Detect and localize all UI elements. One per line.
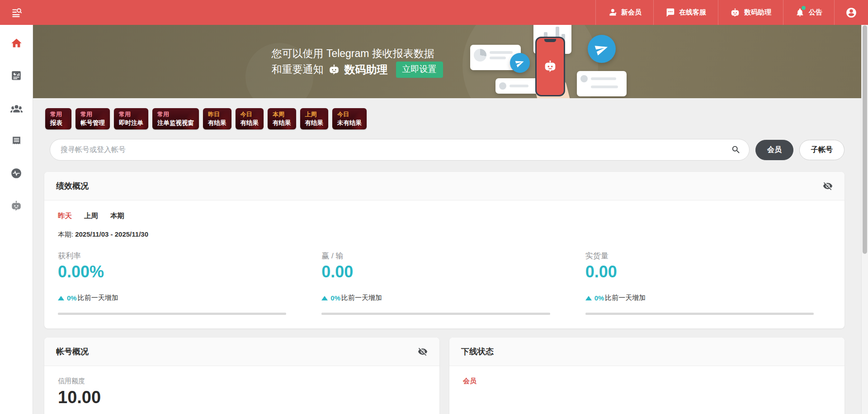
quick-tag-label: 报表 [50, 119, 66, 127]
nav-announcements[interactable]: 公告 [783, 0, 834, 25]
sidebar-item-agents[interactable] [10, 102, 23, 114]
quick-tag-week-settled[interactable]: 本周 有结果 [268, 108, 296, 129]
banner-robot-icon [328, 64, 340, 76]
triangle-up-icon [58, 296, 64, 300]
quick-tag-category: 常用 [119, 110, 143, 118]
quick-tag-yesterday-settled[interactable]: 昨日 有结果 [203, 108, 231, 129]
quick-tag-account-management[interactable]: 常用 帐号管理 [75, 108, 110, 129]
period-label: 本期: [58, 230, 73, 238]
downline-member-link[interactable]: 会员 [463, 377, 476, 385]
account-avatar-button[interactable] [834, 0, 868, 25]
notification-dot [802, 6, 806, 10]
sidebar-item-activity[interactable] [10, 167, 23, 180]
account-circle-icon [845, 7, 857, 19]
agents-group-icon [10, 102, 23, 114]
nav-digital-assistant[interactable]: 数码助理 [718, 0, 783, 25]
quick-tag-bet-monitor[interactable]: 常用 注单监视视窗 [152, 108, 199, 129]
metric-delta: 0% 比前一天增加 [321, 294, 567, 302]
quick-tag-category: 今日 [241, 110, 259, 118]
illustration-message-card [495, 78, 539, 94]
menu-toggle-button[interactable] [0, 0, 33, 25]
downline-title: 下线状态 [461, 346, 494, 357]
sidebar-item-home[interactable] [10, 37, 23, 49]
tab-current-period[interactable]: 本期 [110, 211, 124, 221]
metric-delta-text: 比前一天增加 [78, 294, 118, 302]
quick-tag-label: 有结果 [273, 119, 291, 127]
metric-progress-bar [585, 313, 814, 315]
metric-delta-percent: 0% [594, 294, 604, 302]
performance-card-body: 昨天 上周 本期 本期:2025/11/03 - 2025/11/30 获利率 … [44, 200, 844, 328]
quick-tag-today-settled[interactable]: 今日 有结果 [236, 108, 264, 129]
scrollbar-thumb[interactable] [863, 25, 867, 254]
search-input[interactable] [50, 139, 750, 161]
top-header: 新会员 在线客服 数码助理 [0, 0, 868, 25]
banner-illustration [469, 25, 623, 98]
nav-new-member[interactable]: 新会员 [595, 0, 653, 25]
quick-tag-label: 帐号管理 [80, 119, 105, 127]
quick-tag-label: 有结果 [305, 119, 324, 127]
nav-label: 数码助理 [744, 8, 771, 17]
bell-icon [795, 8, 805, 17]
performance-title: 绩效概况 [56, 181, 89, 191]
metric-delta-percent: 0% [330, 294, 340, 302]
banner-line1: 您可以使用 Telegram 接收报表数据 [272, 46, 443, 62]
metric-delta-text: 比前一天增加 [341, 294, 382, 302]
sidebar-item-assistant[interactable] [10, 200, 23, 212]
tab-last-week[interactable]: 上周 [84, 211, 98, 221]
metric-label: 获利率 [58, 251, 303, 261]
robot-icon [730, 8, 740, 18]
setup-now-button[interactable]: 立即设置 [396, 62, 443, 78]
account-title: 帐号概况 [56, 346, 89, 357]
banner-text: 您可以使用 Telegram 接收报表数据 和重要通知 数码助理 立即设置 [272, 46, 443, 78]
quick-tag-reports[interactable]: 常用 报表 [45, 108, 71, 129]
period-value: 2025/11/03 - 2025/11/30 [75, 230, 148, 238]
eye-off-icon[interactable] [823, 181, 833, 191]
quick-tag-lastweek-settled[interactable]: 上周 有结果 [300, 108, 329, 129]
metric-turnover: 实货量 0.00 0% 比前一天增加 [585, 251, 831, 315]
metric-value: 0.00 [321, 262, 567, 281]
report-icon [10, 70, 22, 81]
sidebar-item-bet-list[interactable] [10, 134, 23, 147]
filter-member-button[interactable]: 会员 [755, 140, 793, 160]
performance-overview-card: 绩效概况 昨天 上周 本期 本期:2025/11/03 - 2025/11/30… [44, 172, 844, 328]
person-add-icon [608, 8, 617, 17]
performance-card-header: 绩效概况 [44, 172, 844, 200]
quick-tag-live-bets[interactable]: 常用 即时注单 [114, 108, 148, 129]
metric-delta-percent: 0% [67, 294, 77, 302]
quick-tag-category: 今日 [337, 110, 362, 118]
metric-label: 实货量 [585, 251, 831, 261]
account-card-body: 信用额度 10.00 [44, 366, 439, 414]
nav-label: 在线客服 [679, 8, 706, 17]
search-box [50, 139, 750, 161]
nav-label: 新会员 [621, 8, 642, 17]
quick-tag-category: 常用 [80, 110, 105, 118]
performance-tabs: 昨天 上周 本期 [58, 211, 831, 221]
eye-off-icon[interactable] [418, 347, 428, 357]
quick-tag-today-unsettled[interactable]: 今日 未有结果 [332, 108, 367, 129]
sidebar [0, 25, 33, 414]
quick-tag-label: 即时注单 [119, 119, 143, 127]
bet-list-icon [11, 135, 22, 147]
telegram-banner[interactable]: 您可以使用 Telegram 接收报表数据 和重要通知 数码助理 立即设置 [33, 25, 861, 98]
filter-subaccount-button[interactable]: 子帐号 [799, 140, 844, 160]
quick-tag-category: 上周 [305, 110, 324, 118]
credit-limit-value: 10.00 [58, 388, 426, 407]
downline-card-body: 会员 [449, 366, 844, 396]
sidebar-item-reports[interactable] [10, 69, 23, 82]
tab-yesterday[interactable]: 昨天 [58, 211, 72, 221]
quick-tag-label: 注单监视视窗 [157, 119, 194, 127]
search-row: 会员 子帐号 [50, 139, 844, 161]
metric-profit-rate: 获利率 0.00% 0% 比前一天增加 [58, 251, 303, 315]
menu-search-icon [11, 7, 23, 19]
phone-illustration [535, 37, 565, 96]
scrollbar-track[interactable] [861, 25, 868, 414]
quick-tag-category: 本周 [273, 110, 291, 118]
metric-value: 0.00% [58, 262, 303, 281]
search-icon[interactable] [731, 145, 741, 155]
nav-online-support[interactable]: 在线客服 [653, 0, 718, 25]
assistant-robot-icon [10, 200, 22, 212]
telegram-plane-icon [588, 35, 616, 63]
metric-delta: 0% 比前一天增加 [585, 294, 831, 302]
period-line: 本期:2025/11/03 - 2025/11/30 [58, 230, 831, 239]
banner-line2-prefix: 和重要通知 [272, 62, 324, 77]
